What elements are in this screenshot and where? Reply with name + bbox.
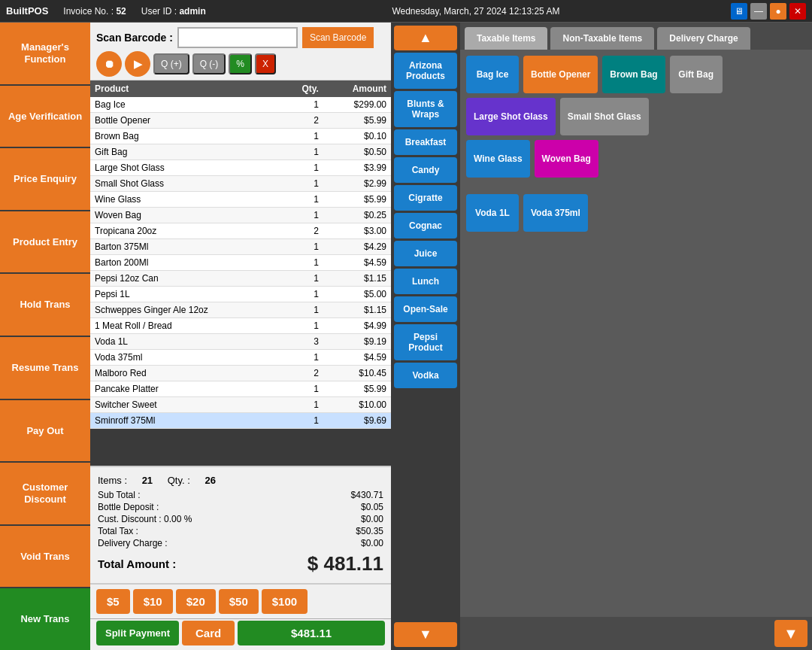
product-amount: $1.15 bbox=[323, 302, 391, 318]
table-row[interactable]: Wine Glass 1 $5.99 bbox=[90, 192, 391, 208]
table-row[interactable]: Bag Ice 1 $299.00 bbox=[90, 97, 391, 113]
table-row[interactable]: Barton 200Ml 1 $4.59 bbox=[90, 255, 391, 271]
card-button[interactable]: Card bbox=[182, 621, 235, 645]
category-cigratte[interactable]: Cigratte bbox=[394, 185, 457, 211]
category-arizona[interactable]: Arizona Products bbox=[394, 53, 457, 89]
product-amount: $9.19 bbox=[323, 334, 391, 350]
sidebar-item-managers-function[interactable]: Manager's Function bbox=[0, 23, 90, 86]
restore-icon[interactable]: ● bbox=[770, 3, 786, 20]
category-juice[interactable]: Juice bbox=[394, 241, 457, 266]
prod-bottle-opener[interactable]: Bottle Opener bbox=[523, 56, 598, 93]
table-row[interactable]: Pancake Platter 1 $5.99 bbox=[90, 381, 391, 397]
barcode-input[interactable] bbox=[177, 27, 298, 48]
main-container: Manager's Function Age Verification Pric… bbox=[0, 23, 812, 650]
category-open-sale[interactable]: Open-Sale bbox=[394, 296, 457, 322]
minimize-icon[interactable]: — bbox=[750, 3, 767, 20]
sidebar-item-void-trans[interactable]: Void Trans bbox=[0, 526, 90, 589]
prod-bag-ice[interactable]: Bag Ice bbox=[466, 56, 519, 93]
table-row[interactable]: Gift Bag 1 $0.50 bbox=[90, 144, 391, 160]
prod-brown-bag[interactable]: Brown Bag bbox=[602, 56, 665, 93]
category-down-button[interactable]: ▼ bbox=[394, 622, 457, 647]
nav-down-button[interactable]: ▼ bbox=[774, 620, 807, 647]
product-name: Bottle Opener bbox=[90, 113, 283, 129]
tab-taxable[interactable]: Taxable Items bbox=[465, 27, 547, 50]
product-qty: 1 bbox=[283, 160, 323, 176]
product-row-2: Wine Glass Woven Bag bbox=[466, 140, 806, 178]
product-qty: 1 bbox=[283, 350, 323, 366]
product-name: Pepsi 12oz Can bbox=[90, 271, 283, 287]
category-breakfast[interactable]: Breakfast bbox=[394, 129, 457, 155]
sidebar-item-pay-out[interactable]: Pay Out bbox=[0, 400, 90, 463]
product-qty: 1 bbox=[283, 97, 323, 113]
tab-delivery[interactable]: Delivery Charge bbox=[657, 27, 750, 50]
qty-plus-button[interactable]: Q (+) bbox=[153, 53, 189, 74]
scan-barcode-button[interactable]: Scan Barcode bbox=[302, 27, 374, 48]
qty-minus-button[interactable]: Q (-) bbox=[192, 53, 226, 74]
table-row[interactable]: Sminroff 375Ml 1 $9.69 bbox=[90, 413, 391, 429]
percent-button[interactable]: % bbox=[229, 53, 252, 74]
category-pepsi[interactable]: Pepsi Product bbox=[394, 324, 457, 360]
product-amount: $1.15 bbox=[323, 271, 391, 287]
prod-gift-bag[interactable]: Gift Bag bbox=[670, 56, 723, 93]
prod-voda-375ml[interactable]: Voda 375ml bbox=[523, 194, 588, 232]
category-lunch[interactable]: Lunch bbox=[394, 269, 457, 294]
bottom-nav-row: ▼ bbox=[460, 617, 812, 650]
table-row[interactable]: Tropicana 20oz 2 $3.00 bbox=[90, 223, 391, 239]
category-up-button[interactable]: ▲ bbox=[394, 26, 457, 50]
category-candy[interactable]: Candy bbox=[394, 157, 457, 183]
prod-wine-glass[interactable]: Wine Glass bbox=[466, 140, 530, 178]
product-amount: $4.59 bbox=[323, 350, 391, 366]
table-row[interactable]: Woven Bag 1 $0.25 bbox=[90, 208, 391, 223]
x-button[interactable]: X bbox=[255, 53, 276, 74]
sidebar-item-age-verification[interactable]: Age Verification bbox=[0, 86, 90, 149]
sidebar-item-price-enquiry[interactable]: Price Enquiry bbox=[0, 148, 90, 211]
sidebar-item-product-entry[interactable]: Product Entry bbox=[0, 211, 90, 275]
sidebar-item-customer-discount[interactable]: Customer Discount bbox=[0, 463, 90, 526]
prod-woven-bag[interactable]: Woven Bag bbox=[535, 140, 598, 178]
table-row[interactable]: 1 Meat Roll / Bread 1 $4.99 bbox=[90, 318, 391, 334]
table-row[interactable]: Switcher Sweet 1 $10.00 bbox=[90, 397, 391, 413]
category-cognac[interactable]: Cognac bbox=[394, 213, 457, 238]
pay-5-button[interactable]: $5 bbox=[96, 589, 130, 614]
total-amount-value: $ 481.11 bbox=[308, 552, 383, 576]
sidebar-item-hold-trans[interactable]: Hold Trans bbox=[0, 274, 90, 337]
table-row[interactable]: Bottle Opener 2 $5.99 bbox=[90, 113, 391, 129]
product-table-container[interactable]: Product Qty. Amount Bag Ice 1 $299.00 Bo… bbox=[90, 80, 391, 466]
right-panel: Taxable Items Non-Taxable Items Delivery… bbox=[460, 23, 812, 650]
category-vodka[interactable]: Vodka bbox=[394, 363, 457, 388]
split-payment-button[interactable]: Split Payment bbox=[96, 621, 179, 645]
table-row[interactable]: Pepsi 1L 1 $5.00 bbox=[90, 287, 391, 302]
prod-small-shot-glass[interactable]: Small Shot Glass bbox=[560, 98, 649, 135]
table-row[interactable]: Large Shot Glass 1 $3.99 bbox=[90, 160, 391, 176]
table-row[interactable]: Voda 1L 3 $9.19 bbox=[90, 334, 391, 350]
prod-voda-1l[interactable]: Voda 1L bbox=[466, 194, 519, 232]
barcode-label: Scan Barcode : bbox=[96, 32, 173, 44]
sidebar: Manager's Function Age Verification Pric… bbox=[0, 23, 90, 650]
tab-non-taxable[interactable]: Non-Taxable Items bbox=[550, 27, 654, 50]
product-name: Small Shot Glass bbox=[90, 176, 283, 192]
pay-10-button[interactable]: $10 bbox=[133, 589, 173, 614]
table-row[interactable]: Pepsi 12oz Can 1 $1.15 bbox=[90, 271, 391, 287]
sidebar-item-new-trans[interactable]: New Trans bbox=[0, 588, 90, 650]
pay-20-button[interactable]: $20 bbox=[176, 589, 216, 614]
table-row[interactable]: Voda 375ml 1 $4.59 bbox=[90, 350, 391, 366]
category-blunts[interactable]: Blunts & Wraps bbox=[394, 91, 457, 127]
table-row[interactable]: Schweppes Ginger Ale 12oz 1 $1.15 bbox=[90, 302, 391, 318]
table-row[interactable]: Malboro Red 2 $10.45 bbox=[90, 366, 391, 381]
col-qty: Qty. bbox=[283, 80, 323, 97]
close-icon[interactable]: ✕ bbox=[789, 3, 806, 20]
pay-100-button[interactable]: $100 bbox=[262, 589, 308, 614]
prod-large-shot-glass[interactable]: Large Shot Glass bbox=[466, 98, 556, 135]
monitor-icon[interactable]: 🖥 bbox=[731, 3, 747, 20]
product-amount: $5.99 bbox=[323, 381, 391, 397]
record-button[interactable]: ⏺ bbox=[96, 51, 122, 77]
table-row[interactable]: Small Shot Glass 1 $2.99 bbox=[90, 176, 391, 192]
subtotal-row: Sub Total :$430.71 bbox=[98, 489, 383, 501]
product-qty: 2 bbox=[283, 223, 323, 239]
sidebar-item-resume-trans[interactable]: Resume Trans bbox=[0, 337, 90, 400]
play-button[interactable]: ▶ bbox=[125, 51, 150, 77]
table-row[interactable]: Barton 375Ml 1 $4.29 bbox=[90, 239, 391, 255]
pay-50-button[interactable]: $50 bbox=[219, 589, 259, 614]
table-row[interactable]: Brown Bag 1 $0.10 bbox=[90, 129, 391, 144]
total-button[interactable]: $481.11 bbox=[238, 621, 385, 645]
